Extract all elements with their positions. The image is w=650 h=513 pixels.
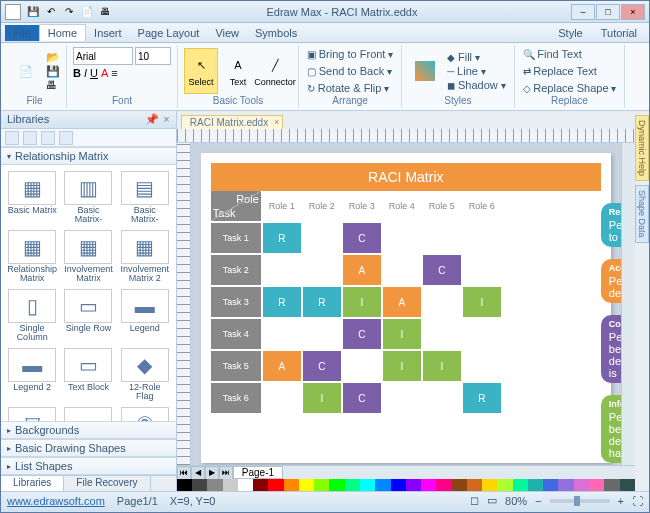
- library-item[interactable]: ▬Legend: [118, 287, 172, 344]
- lib-btn-4[interactable]: [59, 131, 73, 145]
- find-text-button[interactable]: 🔍 Find Text: [521, 47, 584, 61]
- raci-cell[interactable]: I: [343, 287, 381, 317]
- bring-to-front-button[interactable]: ▣ Bring to Front ▾: [305, 47, 395, 61]
- section-list-shapes[interactable]: List Shapes: [1, 457, 176, 475]
- color-swatch[interactable]: [574, 479, 589, 491]
- color-swatch[interactable]: [207, 479, 222, 491]
- shape-data-tab[interactable]: Shape Data: [635, 185, 649, 243]
- color-swatch[interactable]: [391, 479, 406, 491]
- close-button[interactable]: ×: [621, 4, 645, 20]
- first-page-button[interactable]: ⏮: [177, 466, 191, 480]
- fill-button[interactable]: ◆ Fill ▾: [445, 50, 507, 64]
- undo-icon[interactable]: ↶: [43, 4, 59, 20]
- raci-cell[interactable]: C: [343, 383, 381, 413]
- section-basic-drawing[interactable]: Basic Drawing Shapes: [1, 439, 176, 457]
- raci-cell[interactable]: I: [383, 351, 421, 381]
- library-item[interactable]: ▭Text Block: [61, 346, 115, 403]
- raci-cell[interactable]: A: [383, 287, 421, 317]
- library-item[interactable]: ▦Involvement Matrix 2: [118, 228, 172, 285]
- raci-cell[interactable]: A: [263, 351, 301, 381]
- library-item[interactable]: ▽10-Role Flag: [5, 405, 59, 421]
- library-item[interactable]: ▭Single Row: [61, 287, 115, 344]
- raci-cell[interactable]: [263, 255, 301, 285]
- tutorial-dropdown[interactable]: Tutorial: [593, 25, 645, 41]
- connector-tool-button[interactable]: ╱ Connector: [258, 48, 292, 94]
- tab-home[interactable]: Home: [39, 24, 86, 41]
- raci-cell[interactable]: I: [383, 319, 421, 349]
- color-swatch[interactable]: [436, 479, 451, 491]
- raci-cell[interactable]: R: [263, 223, 301, 253]
- library-item[interactable]: ▦Relationship Matrix: [5, 228, 59, 285]
- zoom-slider[interactable]: [550, 499, 610, 503]
- font-family-select[interactable]: [73, 47, 133, 65]
- library-item[interactable]: ▥Basic Matrix-Verti...: [61, 169, 115, 226]
- raci-cell[interactable]: C: [343, 319, 381, 349]
- section-backgrounds[interactable]: Backgrounds: [1, 421, 176, 439]
- open-icon[interactable]: 📂: [46, 51, 60, 64]
- system-menu-icon[interactable]: [5, 4, 21, 20]
- library-item[interactable]: ▦Involvement Matrix: [61, 228, 115, 285]
- legend-responsible[interactable]: ResponsiblePerson assigned to do: [601, 203, 621, 247]
- page-tab[interactable]: Page-1: [233, 466, 283, 479]
- zoom-in-button[interactable]: +: [618, 495, 624, 507]
- new-icon[interactable]: 📄: [79, 4, 95, 20]
- rotate-flip-button[interactable]: ↻ Rotate & Flip ▾: [305, 81, 391, 95]
- color-swatch[interactable]: [543, 479, 558, 491]
- color-swatch[interactable]: [604, 479, 619, 491]
- raci-cell[interactable]: [423, 319, 461, 349]
- underline-button[interactable]: U: [90, 67, 98, 79]
- raci-cell[interactable]: [463, 351, 501, 381]
- color-swatch[interactable]: [497, 479, 512, 491]
- color-swatch[interactable]: [482, 479, 497, 491]
- color-swatch[interactable]: [620, 479, 635, 491]
- raci-cell[interactable]: [343, 351, 381, 381]
- fullscreen-icon[interactable]: ⛶: [632, 495, 643, 507]
- raci-cell[interactable]: C: [423, 255, 461, 285]
- status-url[interactable]: www.edrawsoft.com: [7, 495, 105, 507]
- italic-button[interactable]: I: [84, 67, 87, 79]
- bold-button[interactable]: B: [73, 67, 81, 79]
- raci-cell[interactable]: [263, 383, 301, 413]
- raci-cell[interactable]: [383, 223, 421, 253]
- raci-cell[interactable]: R: [463, 383, 501, 413]
- save-icon[interactable]: 💾: [25, 4, 41, 20]
- raci-cell[interactable]: [463, 319, 501, 349]
- raci-cell[interactable]: R: [263, 287, 301, 317]
- color-swatch[interactable]: [345, 479, 360, 491]
- raci-cell[interactable]: I: [303, 383, 341, 413]
- color-swatch[interactable]: [223, 479, 238, 491]
- raci-cell[interactable]: R: [303, 287, 341, 317]
- raci-cell[interactable]: [463, 223, 501, 253]
- font-size-select[interactable]: [135, 47, 171, 65]
- canvas[interactable]: RACI Matrix TaskRoleRole 1Role 2Role 3Ro…: [191, 143, 621, 465]
- tab-insert[interactable]: Insert: [86, 25, 130, 41]
- style-dropdown[interactable]: Style: [550, 25, 590, 41]
- save-icon[interactable]: 💾: [46, 65, 60, 78]
- lib-btn-2[interactable]: [23, 131, 37, 145]
- text-tool-button[interactable]: A Text: [221, 48, 255, 94]
- color-swatch[interactable]: [375, 479, 390, 491]
- raci-cell[interactable]: [463, 255, 501, 285]
- font-color-button[interactable]: A: [101, 67, 108, 79]
- color-swatch[interactable]: [253, 479, 268, 491]
- legend-informed[interactable]: InformedPerson who must be informed deci…: [601, 395, 621, 463]
- library-item[interactable]: ◆12-Role Flag: [118, 346, 172, 403]
- raci-cell[interactable]: [303, 223, 341, 253]
- legend-consulted[interactable]: ConsultedPerson who must be consulted de…: [601, 315, 621, 383]
- last-page-button[interactable]: ⏭: [219, 466, 233, 480]
- tab-view[interactable]: View: [207, 25, 247, 41]
- print-icon[interactable]: 🖶: [46, 79, 60, 91]
- replace-shape-button[interactable]: ◇ Replace Shape ▾: [521, 81, 619, 95]
- maximize-button[interactable]: □: [596, 4, 620, 20]
- select-tool-button[interactable]: ↖ Select: [184, 48, 218, 94]
- view-fit-icon[interactable]: ▭: [487, 494, 497, 507]
- shadow-button[interactable]: ◼ Shadow ▾: [445, 78, 507, 92]
- color-swatch[interactable]: [192, 479, 207, 491]
- library-item[interactable]: ▦Basic Matrix: [5, 169, 59, 226]
- raci-cell[interactable]: [423, 287, 461, 317]
- raci-cell[interactable]: I: [463, 287, 501, 317]
- raci-cell[interactable]: [383, 255, 421, 285]
- color-swatch[interactable]: [177, 479, 192, 491]
- line-button[interactable]: ─ Line ▾: [445, 64, 507, 78]
- library-item[interactable]: ▤Basic Matrix-Angl...: [118, 169, 172, 226]
